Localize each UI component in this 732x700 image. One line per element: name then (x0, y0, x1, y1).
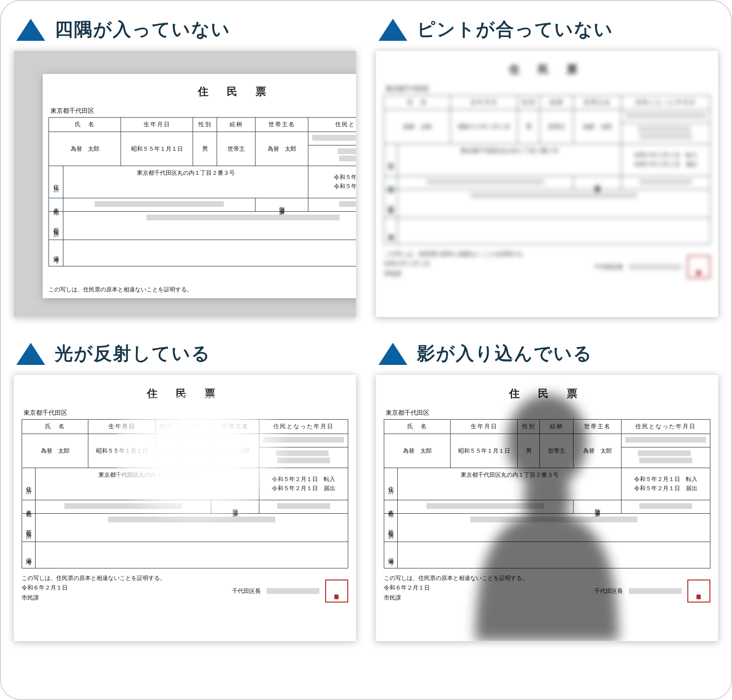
warning-triangle-icon (16, 19, 45, 41)
example-header: 四隅が入っていない (16, 17, 354, 42)
doc-table: 氏 名 生年月日 性別 続柄 世帯主名 住民となった年月日 為替 太郎 昭和５５… (22, 419, 348, 568)
ev-notify: 令和５年２月１日 届出 (263, 484, 344, 493)
cell-name: 為替 太郎 (49, 132, 121, 166)
hdr-sex: 性別 (156, 420, 178, 434)
example-glare: 光が反射している 住 民 票 東京都千代田区 氏 名 生年月日 (13, 338, 356, 641)
cell-events: 令和５年２月１日 転入 令和５年２月１日 届出 (259, 468, 348, 500)
ev-notify: 令和５年２月１日 届出 (312, 182, 356, 191)
hdr-sex: 性別 (193, 118, 217, 132)
cell-events: 令和５年２月１日 転入 令和５年２月１日 届出 (308, 166, 357, 198)
lbl-address: 住所 (384, 144, 398, 176)
hdr-became: 住民となった年月日 (308, 118, 357, 132)
cell-sex: 男 (193, 132, 217, 166)
lbl-notes: 備考 (384, 542, 398, 568)
cell-became-2 (259, 447, 348, 468)
hdr-birth: 生年月日 (451, 96, 518, 110)
warning-triangle-icon (16, 343, 45, 365)
mayor-name-placeholder (267, 588, 319, 594)
doc-municipality: 東京都千代田区 (386, 84, 710, 93)
lbl-address: 住所 (49, 166, 63, 198)
cell-address: 東京都千代田区丸の内１丁目２番３号 (36, 468, 259, 500)
example-image: 住 民 票 東京都千代田区 氏 名 生年月日 性別 続柄 (376, 374, 719, 641)
certificate-blur: 住 民 票 東京都千代田区 氏 名 生年月日 性別 続柄 (384, 62, 710, 278)
ev-movein: 令和５年２月１日 転入 (625, 151, 706, 160)
hdr-became: 住民となった年月日 (259, 420, 348, 434)
cell-prevaddr (398, 514, 710, 542)
doc-title: 住 民 票 (22, 386, 348, 401)
lbl-headofreg: 筆頭者 (573, 176, 622, 190)
doc-footer: この写しは、住民票の原本と相違ないことを証明する。 東京都千代田区長之印 (49, 271, 356, 294)
cell-relation: 世帯主 (540, 434, 573, 468)
hdr-relation: 続柄 (540, 96, 573, 110)
lbl-address: 住所 (384, 468, 398, 500)
seal-icon: 東京都千代田区長之印 (687, 579, 710, 603)
hdr-birth: 生年月日 (88, 420, 156, 434)
example-title: 影が入り込んでいる (417, 341, 593, 366)
cell-birth: 昭和５５年１月１日 (451, 434, 518, 468)
cell-prevaddr (63, 212, 357, 240)
lbl-address: 住所 (22, 468, 36, 500)
doc-title: 住 民 票 (384, 62, 710, 77)
example-blur: ピントが合っていない 住 民 票 東京都千代田区 氏 名 生年月日 (376, 13, 719, 317)
doc-table: 氏 名 生年月日 性別 続柄 世帯主名 住民となった年月日 為替 太郎 昭和５５… (384, 95, 710, 244)
cell-relation: 世帯主 (178, 434, 211, 468)
hdr-head: 世帯主名 (573, 96, 622, 110)
hdr-sex: 性別 (518, 96, 540, 110)
cell-became-2 (308, 145, 357, 166)
certificate-shadow: 住 民 票 東京都千代田区 氏 名 生年月日 性別 続柄 (384, 386, 710, 603)
hdr-birth: 生年月日 (451, 420, 518, 434)
cell-events: 令和５年２月１日 転入 令和５年２月１日 届出 (622, 144, 710, 176)
footer-date: 令和６年２月１日 (384, 259, 528, 268)
doc-title: 住 民 票 (384, 386, 710, 401)
ev-movein: 令和５年２月１日 転入 (263, 475, 344, 484)
example-cropped: 四隅が入っていない 住 民 票 東京都千代田区 氏 名 生年月日 (13, 13, 356, 317)
lbl-notes: 備考 (22, 542, 36, 568)
cell-head: 為替 太郎 (256, 132, 308, 166)
warning-triangle-icon (378, 343, 407, 365)
hdr-relation: 続柄 (178, 420, 211, 434)
lbl-headofreg: 筆頭者 (573, 500, 622, 514)
seal-icon: 東京都千代田区長之印 (687, 255, 710, 278)
hdr-became: 住民となった年月日 (622, 96, 710, 110)
cell-headofreg (622, 176, 710, 190)
cell-address: 東京都千代田区丸の内１丁目２番３号 (398, 468, 622, 500)
cell-address: 東京都千代田区丸の内１丁目２番３号 (63, 166, 308, 198)
example-image: 住 民 票 東京都千代田区 氏 名 生年月日 性別 続柄 (13, 374, 356, 641)
cell-became-2 (622, 123, 710, 144)
hdr-name: 氏 名 (22, 420, 88, 434)
cell-birth: 昭和５５年１月１日 (88, 434, 156, 468)
cell-notes (36, 542, 348, 568)
hdr-head: 世帯主名 (573, 420, 622, 434)
cell-relation: 世帯主 (540, 110, 573, 144)
cell-headofreg (308, 198, 357, 212)
lbl-notes: 備考 (384, 218, 398, 244)
cell-became-1 (308, 132, 357, 145)
examples-grid: 四隅が入っていない 住 民 票 東京都千代田区 氏 名 生年月日 (13, 13, 719, 641)
cell-notes (398, 218, 710, 244)
footer-cert: この写しは、住民票の原本と相違ないことを証明する。 (49, 285, 193, 294)
hdr-sex: 性別 (518, 420, 540, 434)
lbl-prevaddr: 前住所 (384, 514, 398, 542)
lbl-headofreg: 筆頭者 (211, 500, 259, 514)
cell-birth: 昭和５５年１月１日 (451, 110, 518, 144)
ev-notify: 令和５年２月１日 届出 (625, 160, 706, 169)
cell-prevaddr (36, 514, 348, 542)
cell-head: 為替 太郎 (573, 434, 622, 468)
lbl-notes: 備考 (49, 240, 63, 266)
lbl-prevaddr: 前住所 (22, 514, 36, 542)
footer-section: 市民課 (22, 593, 166, 603)
footer-mayor: 千代田区長 (594, 263, 623, 271)
example-title: ピントが合っていない (417, 17, 613, 42)
cell-birth: 昭和５５年１月１日 (121, 132, 193, 166)
example-title: 光が反射している (55, 341, 211, 366)
footer-section: 市民課 (384, 593, 528, 603)
doc-title: 住 民 票 (49, 84, 356, 99)
example-header: ピントが合っていない (378, 17, 717, 42)
lbl-registry: 本籍 (49, 198, 63, 212)
cell-sex: 男 (518, 434, 540, 468)
doc-table: 氏 名 生年月日 性別 続柄 世帯主名 住民となった年月日 為替 太郎 昭和５５… (384, 419, 710, 568)
hdr-head: 世帯主名 (256, 118, 308, 132)
certificate-cropped: 住 民 票 東京都千代田区 氏 名 生年月日 性別 続柄 (43, 74, 356, 298)
cell-events: 令和５年２月１日 転入 令和５年２月１日 届出 (622, 468, 710, 500)
doc-footer: この写しは、住民票の原本と相違ないことを証明する。 令和６年２月１日 市民課 千… (22, 573, 348, 603)
